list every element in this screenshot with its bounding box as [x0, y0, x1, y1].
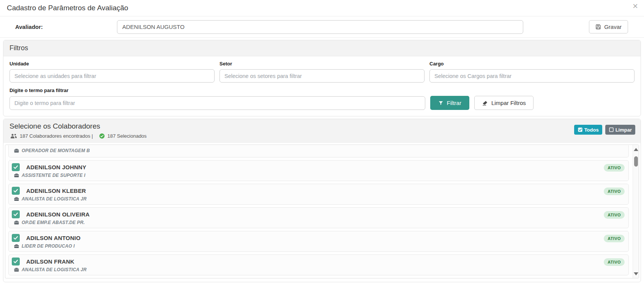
member-checkbox[interactable]	[12, 187, 20, 195]
checkbox-checked-icon	[578, 127, 583, 132]
unidade-label: Unidade	[9, 61, 215, 67]
member-checkbox[interactable]	[12, 163, 20, 171]
member-name: ADENILSON KLEBER	[26, 188, 86, 194]
cargo-label: Cargo	[429, 61, 635, 67]
briefcase-icon	[14, 267, 19, 272]
field-setor: Setor	[219, 61, 425, 83]
clear-filters-button-label: Limpar Filtros	[491, 100, 526, 106]
clear-selection-button[interactable]: Limpar	[605, 125, 635, 135]
select-all-button[interactable]: Todos	[574, 125, 602, 135]
list-item[interactable]: ADENILSON JOHNNY ASSISTENTE DE SUPORTE I…	[8, 160, 629, 181]
unidade-select-input[interactable]	[9, 69, 215, 83]
status-badge: ATIVO	[604, 164, 625, 172]
briefcase-icon	[14, 173, 19, 178]
filter-button-label: Filtrar	[447, 100, 461, 106]
collaborators-counts: 187 Colaboradores encontrados | 187 Sele…	[9, 133, 147, 139]
save-icon	[595, 24, 601, 30]
member-checkbox[interactable]	[12, 258, 20, 266]
member-role: OP.DE EMP.E ABAST.DE PR.	[22, 220, 85, 225]
collaborators-panel: Selecione os Colaboradores 187 Colaborad…	[3, 119, 641, 282]
check-circle-icon	[99, 133, 105, 139]
member-name: ADILSON ANTONIO	[26, 235, 80, 241]
clear-selection-label: Limpar	[616, 127, 632, 133]
close-icon[interactable]: ×	[630, 1, 640, 11]
member-name: ADENILSON OLIVEIRA	[26, 211, 90, 218]
save-button[interactable]: Gravar	[589, 20, 628, 33]
field-cargo: Cargo	[429, 61, 635, 83]
collaborators-header: Selecione os Colaboradores 187 Colaborad…	[3, 119, 641, 143]
member-name: ADENILSON JOHNNY	[26, 164, 86, 170]
term-label: Digite o termo para filtrar	[9, 87, 635, 93]
status-badge: ATIVO	[604, 211, 625, 219]
member-role: OPERADOR DE MONTAGEM B	[22, 148, 90, 153]
modal-titlebar: Cadastro de Parâmetros de Avaliação ×	[0, 0, 644, 16]
collaborators-scroll-viewport[interactable]: OPERADOR DE MONTAGEM B ADENILSON JOHNNY	[5, 145, 639, 278]
selected-count-text: 187 Selecionados	[107, 133, 147, 139]
scrollbar-up-arrow-icon[interactable]	[634, 148, 638, 151]
avaliador-input[interactable]	[117, 20, 523, 34]
filter-button[interactable]: Filtrar	[430, 96, 469, 110]
list-item[interactable]: ADILSON FRANK ANALISTA DE LOGISTICA JR A…	[8, 254, 629, 275]
term-input[interactable]	[9, 96, 425, 110]
clear-filters-button[interactable]: Limpar Filtros	[474, 96, 534, 110]
member-role: LIDER DE PRODUCAO I	[22, 243, 75, 249]
filters-panel-body: Unidade Setor Cargo Digite o termo para …	[3, 56, 641, 116]
briefcase-icon	[14, 197, 19, 201]
briefcase-icon	[14, 148, 19, 153]
cargo-select-input[interactable]	[429, 69, 635, 83]
member-name: ADILSON FRANK	[26, 258, 74, 265]
scrollbar[interactable]	[633, 145, 639, 278]
status-badge: ATIVO	[604, 235, 625, 242]
modal-cadastro-parametros: Cadastro de Parâmetros de Avaliação × Av…	[0, 0, 644, 283]
users-icon	[10, 133, 17, 139]
checkbox-empty-icon	[609, 127, 614, 132]
member-role: ANALISTA DE LOGISTICA JR	[22, 196, 87, 202]
filter-funnel-icon	[438, 100, 444, 106]
select-all-label: Todos	[584, 127, 599, 133]
list-item[interactable]: ADENILSON OLIVEIRA OP.DE EMP.E ABAST.DE …	[8, 207, 629, 228]
member-role: ASSISTENTE DE SUPORTE I	[22, 173, 85, 178]
save-button-label: Gravar	[604, 24, 622, 30]
list-item[interactable]: ADENILSON KLEBER ANALISTA DE LOGISTICA J…	[8, 184, 629, 205]
modal-title: Cadastro de Parâmetros de Avaliação	[7, 4, 128, 12]
collaborators-title: Selecione os Colaboradores	[9, 122, 147, 130]
avaliador-label: Avaliador:	[15, 24, 117, 30]
member-checkbox[interactable]	[12, 234, 20, 242]
scrollbar-down-arrow-icon[interactable]	[634, 272, 638, 275]
found-count-text: 187 Colaboradores encontrados |	[20, 133, 93, 139]
setor-select-input[interactable]	[219, 69, 425, 83]
eraser-icon	[482, 100, 488, 106]
list-item[interactable]: ADILSON ANTONIO LIDER DE PRODUCAO I ATIV…	[8, 231, 629, 252]
setor-label: Setor	[219, 61, 425, 67]
briefcase-icon	[14, 220, 19, 225]
member-role: ANALISTA DE LOGISTICA JR	[22, 267, 87, 272]
collaborators-list-area: OPERADOR DE MONTAGEM B ADENILSON JOHNNY	[3, 143, 641, 278]
field-unidade: Unidade	[9, 61, 215, 83]
briefcase-icon	[14, 244, 19, 248]
scrollbar-thumb[interactable]	[634, 156, 638, 167]
list-item-partial[interactable]: OPERADOR DE MONTAGEM B	[8, 145, 629, 157]
field-term: Digite o termo para filtrar Filtrar Limp…	[9, 87, 635, 110]
filters-panel-title: Filtros	[3, 40, 641, 56]
status-badge: ATIVO	[604, 188, 625, 195]
avaliador-row: Avaliador: Gravar	[0, 16, 644, 38]
status-badge: ATIVO	[604, 258, 625, 266]
member-checkbox[interactable]	[12, 210, 20, 218]
filters-panel: Filtros Unidade Setor Cargo Digite o ter…	[3, 40, 641, 116]
